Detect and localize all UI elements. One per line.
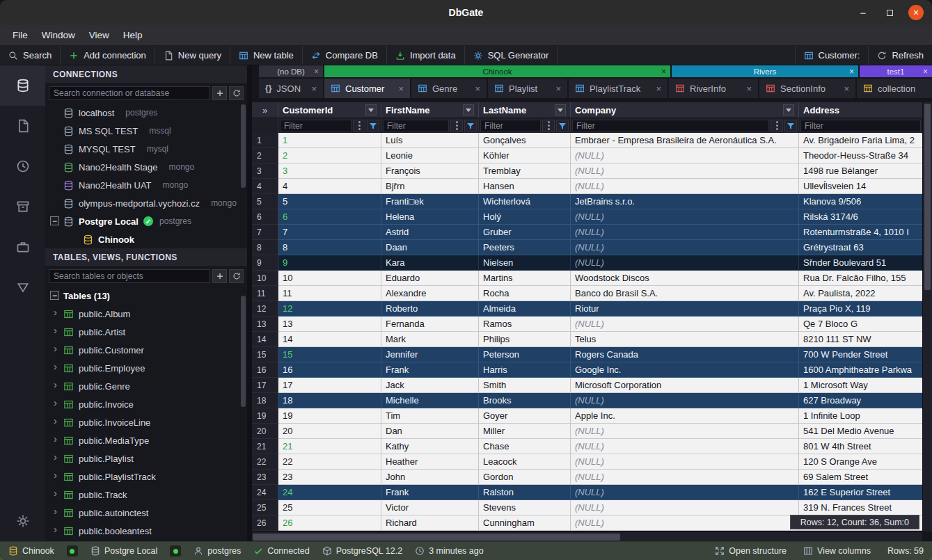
tab-customer[interactable]: Customer × — [324, 79, 410, 98]
table-row[interactable]: 6 6 Helena Holý (NULL) Rilská 3174/6 — [252, 209, 922, 225]
cell-address[interactable]: 319 N. Frances Street — [799, 500, 922, 515]
chevron-right-icon[interactable]: › — [54, 415, 57, 426]
filter-input[interactable]: Filter — [572, 120, 769, 132]
connection-search-input[interactable]: Search connection or database — [49, 86, 210, 100]
cell-firstname[interactable]: Daan — [381, 240, 479, 255]
db-tab-group-test1[interactable]: test1 × — [860, 65, 932, 77]
cell-address[interactable]: 541 Del Medio Avenue — [799, 424, 922, 439]
cell-lastname[interactable]: Goyer — [479, 408, 571, 424]
cell-company[interactable]: Rogers Canada — [571, 347, 799, 362]
cell-address[interactable]: Theodor-Heuss-Straße 34 — [799, 148, 922, 163]
connection-item[interactable]: olympus-medportal.vychozi.cz mongo — [45, 194, 247, 212]
row-number[interactable]: 16 — [252, 362, 278, 378]
sidebar-files-button[interactable] — [0, 106, 45, 146]
status-connection[interactable]: Postgre Local — [90, 546, 157, 556]
close-button[interactable]: × — [908, 5, 924, 20]
cell-customerid[interactable]: 22 — [278, 454, 381, 470]
tables-group-row[interactable]: − Tables (13) — [45, 287, 247, 305]
row-number[interactable]: 9 — [252, 255, 278, 271]
row-number[interactable]: 18 — [252, 393, 278, 408]
row-number[interactable]: 11 — [252, 286, 278, 301]
cell-company[interactable]: Riotur — [571, 301, 799, 317]
close-icon[interactable]: × — [923, 67, 928, 76]
new-table-button[interactable]: New table — [230, 46, 303, 65]
table-row[interactable]: 10 10 Eduardo Martins Woodstock Discos R… — [252, 271, 922, 286]
tables-scrollbar[interactable] — [241, 296, 246, 407]
cell-firstname[interactable]: Frank — [381, 485, 479, 500]
cell-lastname[interactable]: Smith — [479, 378, 571, 393]
cell-lastname[interactable]: Ramos — [479, 317, 571, 332]
connections-section-header[interactable]: CONNECTIONS — [45, 65, 247, 84]
column-header-customerid[interactable]: CustomerId — [278, 102, 381, 118]
chevron-right-icon[interactable]: › — [54, 342, 57, 354]
cell-address[interactable]: 162 E Superior Street — [799, 485, 922, 500]
cell-customerid[interactable]: 3 — [278, 163, 381, 179]
table-tree-item[interactable]: › public.Genre — [45, 377, 247, 395]
table-tree-item[interactable]: › public.InvoiceLine — [45, 413, 247, 431]
cell-firstname[interactable]: Jack — [381, 378, 479, 393]
cell-lastname[interactable]: Chase — [479, 439, 571, 454]
menu-item[interactable]: Window — [35, 27, 82, 43]
connection-item[interactable]: MYSQL TEST mysql — [45, 140, 247, 158]
cell-company[interactable]: (NULL) — [571, 225, 799, 240]
cell-address[interactable]: 801 W 4th Street — [799, 439, 922, 454]
table-row[interactable]: 3 3 François Tremblay (NULL) 1498 rue Bé… — [252, 163, 922, 179]
cell-company[interactable]: (NULL) — [571, 424, 799, 439]
cell-company[interactable]: Google Inc. — [571, 362, 799, 378]
cell-company[interactable]: Embraer - Empresa Brasileira de Aeronáut… — [571, 133, 799, 148]
cell-customerid[interactable]: 8 — [278, 240, 381, 255]
close-icon[interactable]: × — [314, 67, 319, 76]
grid-corner-button[interactable]: » — [252, 102, 278, 118]
filter-input[interactable]: Filter — [280, 120, 352, 132]
cell-address[interactable]: Sřnder Boulevard 51 — [799, 255, 922, 271]
cell-customerid[interactable]: 25 — [278, 500, 381, 515]
cell-firstname[interactable]: Fernanda — [381, 317, 479, 332]
tab-genre[interactable]: Genre × — [411, 79, 487, 98]
table-tree-item[interactable]: › public.autoinctest — [45, 504, 247, 522]
maximize-button[interactable] — [882, 5, 897, 20]
cell-address[interactable]: Av. Brigadeiro Faria Lima, 2 — [799, 133, 922, 148]
chevron-right-icon[interactable]: › — [54, 306, 57, 318]
filter-menu-button[interactable] — [771, 120, 783, 132]
chevron-right-icon[interactable]: › — [54, 487, 57, 499]
chevron-right-icon[interactable]: › — [54, 433, 57, 445]
scrollbar-thumb[interactable] — [253, 534, 620, 541]
cell-lastname[interactable]: Martins — [479, 271, 571, 286]
db-tab-group-nodb[interactable]: (no DB) × — [259, 65, 323, 77]
cell-customerid[interactable]: 9 — [278, 255, 381, 271]
column-header-lastname[interactable]: LastName — [479, 102, 571, 118]
chevron-right-icon[interactable]: › — [54, 523, 57, 535]
cell-lastname[interactable]: Gordon — [479, 470, 571, 485]
cell-firstname[interactable]: Mark — [381, 332, 479, 347]
close-icon[interactable]: × — [656, 83, 661, 94]
chevron-right-icon[interactable]: › — [54, 360, 57, 372]
cell-company[interactable]: (NULL) — [571, 500, 799, 515]
cell-company[interactable]: Woodstock Discos — [571, 271, 799, 286]
close-icon[interactable]: × — [849, 67, 854, 76]
connection-item[interactable]: Nano2Health Stage mongo — [45, 158, 247, 176]
cell-customerid[interactable]: 11 — [278, 286, 381, 301]
table-tree-item[interactable]: › public.Invoice — [45, 395, 247, 413]
row-number[interactable]: 17 — [252, 378, 278, 393]
row-number[interactable]: 23 — [252, 470, 278, 485]
cell-firstname[interactable]: Michelle — [381, 393, 479, 408]
cell-firstname[interactable]: Heather — [381, 454, 479, 470]
filter-input[interactable]: Filter — [480, 120, 541, 132]
add-connection-small-button[interactable] — [212, 86, 227, 100]
table-tree-item[interactable]: › public.Playlist — [45, 449, 247, 467]
tab-collection[interactable]: collection — [857, 79, 932, 98]
row-number[interactable]: 12 — [252, 301, 278, 317]
row-number[interactable]: 25 — [252, 500, 278, 515]
chevron-right-icon[interactable]: › — [54, 505, 57, 517]
sidebar-cell-data-button[interactable] — [0, 267, 45, 307]
cell-customerid[interactable]: 7 — [278, 225, 381, 240]
cell-firstname[interactable]: Leonie — [381, 148, 479, 163]
row-number[interactable]: 22 — [252, 454, 278, 470]
cell-address[interactable]: 700 W Pender Street — [799, 347, 922, 362]
table-row[interactable]: 15 15 Jennifer Peterson Rogers Canada 70… — [252, 347, 922, 362]
cell-company[interactable]: (NULL) — [571, 148, 799, 163]
cell-lastname[interactable]: Gruber — [479, 225, 571, 240]
table-row[interactable]: 16 16 Frank Harris Google Inc. 1600 Amph… — [252, 362, 922, 378]
cell-address[interactable]: 1 Microsoft Way — [799, 378, 922, 393]
cell-firstname[interactable]: Astrid — [381, 225, 479, 240]
